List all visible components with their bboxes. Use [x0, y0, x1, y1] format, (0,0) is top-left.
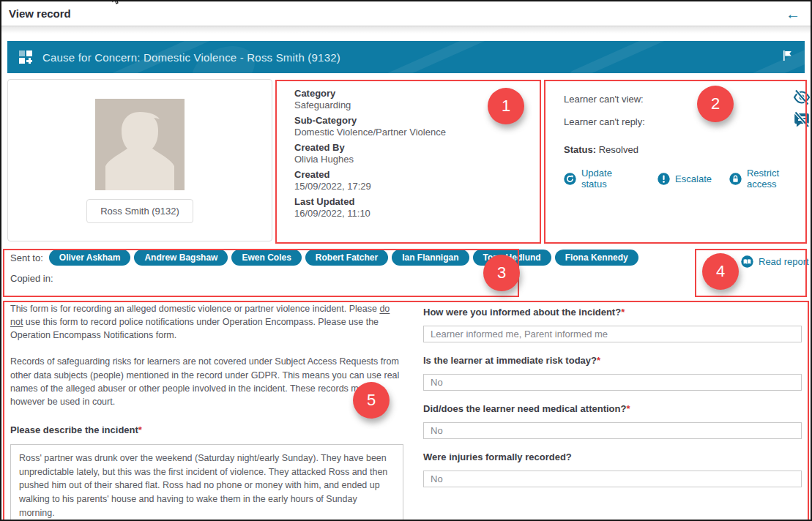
- detail-label: Created By: [294, 142, 446, 154]
- lock-circle-icon: [729, 173, 742, 185]
- required-asterisk: *: [626, 403, 630, 414]
- question-label: Is the learner at immediate risk today?*: [423, 355, 802, 366]
- incident-description-textarea[interactable]: Ross' partner was drunk over the weekend…: [10, 444, 403, 521]
- question-label: Were injuries formally recorded?: [423, 451, 802, 462]
- gdpr-note-text: Records of safeguarding risks for learne…: [10, 355, 404, 408]
- detail-label: Last Updated: [294, 196, 446, 208]
- record-title: Cause for Concern: Domestic Violence - R…: [42, 51, 340, 64]
- learner-card: Ross Smith (9132): [7, 79, 272, 241]
- recipient-chip[interactable]: Ewen Coles: [231, 250, 301, 266]
- incident-question-label: Please describe the incident*: [10, 424, 404, 435]
- detail-value: Safeguarding: [294, 100, 446, 111]
- eye-off-icon[interactable]: [792, 89, 811, 109]
- back-arrow-icon[interactable]: ←: [786, 7, 800, 21]
- recipient-chip[interactable]: Tony Hedlund: [473, 250, 551, 266]
- topbar-shadow: [1, 26, 811, 34]
- recipient-chip[interactable]: Andrew Bagshaw: [134, 250, 228, 266]
- sent-to-line: Sent to: Oliver Askham Andrew Bagshaw Ew…: [10, 250, 805, 266]
- question-label: How were you informed about the incident…: [423, 307, 802, 318]
- banner-decoration: [568, 41, 706, 73]
- page-title: View record: [9, 7, 71, 20]
- report-circle-icon: [741, 255, 753, 268]
- detail-field: Sub-Category Domestic Violence/Partner V…: [294, 115, 446, 138]
- record-banner: Cause for Concern: Domestic Violence - R…: [7, 41, 805, 73]
- required-asterisk: *: [621, 307, 625, 318]
- copied-in-label: Copied in:: [10, 273, 805, 284]
- exclamation-circle-icon: [658, 173, 670, 185]
- cant-view-label: Learner can't view:: [564, 94, 644, 105]
- escalate-button[interactable]: Escalate: [658, 168, 712, 190]
- recipient-chip[interactable]: Robert Fatcher: [305, 250, 388, 266]
- detail-value: 15/09/2022, 17:29: [294, 181, 446, 192]
- question-group: How were you informed about the incident…: [423, 307, 802, 342]
- detail-value: Olivia Hughes: [294, 154, 446, 165]
- cant-reply-label: Learner can't reply:: [564, 116, 645, 127]
- required-asterisk: *: [138, 424, 142, 435]
- sync-circle-icon: [564, 173, 576, 185]
- banner-decoration: [322, 41, 527, 73]
- medical-attention-input[interactable]: [423, 422, 802, 439]
- informed-about-input[interactable]: [423, 326, 802, 342]
- read-report-button[interactable]: Read report: [741, 255, 809, 268]
- recipient-chip[interactable]: Fiona Kennedy: [555, 250, 638, 266]
- detail-value: 16/09/2022, 11:10: [294, 208, 446, 220]
- learner-avatar: [95, 99, 185, 190]
- cant-reply-row: Learner can't reply:: [564, 112, 811, 131]
- sent-to-label: Sent to:: [10, 252, 43, 263]
- detail-field: Category Safeguarding: [294, 88, 446, 111]
- learner-name-button[interactable]: Ross Smith (9132): [86, 199, 193, 223]
- recipient-chip[interactable]: Ian Flannigan: [392, 250, 469, 266]
- form-right-column: How were you informed about the incident…: [423, 302, 802, 521]
- cant-view-row: Learner can't view:: [564, 89, 811, 108]
- question-group: Is the learner at immediate risk today?*: [423, 355, 802, 391]
- detail-field: Created By Olivia Hughes: [294, 142, 446, 165]
- escalate-label: Escalate: [675, 173, 712, 184]
- access-panel: Learner can't view: Learner can't reply:: [564, 89, 811, 190]
- update-status-label: Update status: [581, 168, 640, 190]
- recipient-chip[interactable]: Oliver Askham: [49, 250, 131, 266]
- flag-icon[interactable]: [782, 50, 793, 64]
- status-line: Status: Resolved: [564, 144, 811, 155]
- detail-label: Category: [294, 88, 446, 100]
- comment-off-icon[interactable]: [792, 111, 811, 132]
- record-actions: Update status Escalate: [564, 168, 811, 190]
- status-label: Status:: [564, 144, 596, 155]
- record-details: Category Safeguarding Sub-Category Domes…: [294, 88, 446, 223]
- question-label: Did/does the learner need medical attent…: [423, 403, 802, 414]
- mouse-cursor: [111, 0, 122, 7]
- form-left-column: This form is for recording an alleged do…: [10, 302, 404, 521]
- question-group: Did/does the learner need medical attent…: [423, 403, 802, 439]
- read-report-label: Read report: [759, 256, 809, 267]
- restrict-access-label: Restrict access: [747, 168, 811, 190]
- question-group: Were injuries formally recorded?: [423, 451, 802, 487]
- status-value: Resolved: [599, 144, 638, 155]
- immediate-risk-input[interactable]: [423, 374, 802, 391]
- detail-label: Sub-Category: [294, 115, 446, 127]
- form-intro-text: This form is for recording an alleged do…: [10, 302, 404, 342]
- restrict-access-button[interactable]: Restrict access: [729, 168, 811, 190]
- recipients-section: Sent to: Oliver Askham Andrew Bagshaw Ew…: [7, 250, 805, 296]
- view-record-page: View record ← Cause for Concern: Domesti…: [0, 0, 812, 521]
- update-status-button[interactable]: Update status: [564, 168, 640, 190]
- required-asterisk: *: [597, 355, 600, 366]
- detail-label: Created: [294, 169, 446, 181]
- detail-value: Domestic Violence/Partner Violence: [294, 127, 446, 138]
- incident-form: This form is for recording an alleged do…: [10, 302, 802, 521]
- record-summary-row: Ross Smith (9132) Category Safeguarding …: [7, 79, 805, 243]
- detail-field: Created 15/09/2022, 17:29: [294, 169, 446, 192]
- topbar: View record ←: [1, 1, 811, 26]
- injuries-recorded-input[interactable]: [423, 471, 802, 487]
- category-grid-icon: [19, 50, 32, 64]
- detail-field: Last Updated 16/09/2022, 11:10: [294, 196, 446, 220]
